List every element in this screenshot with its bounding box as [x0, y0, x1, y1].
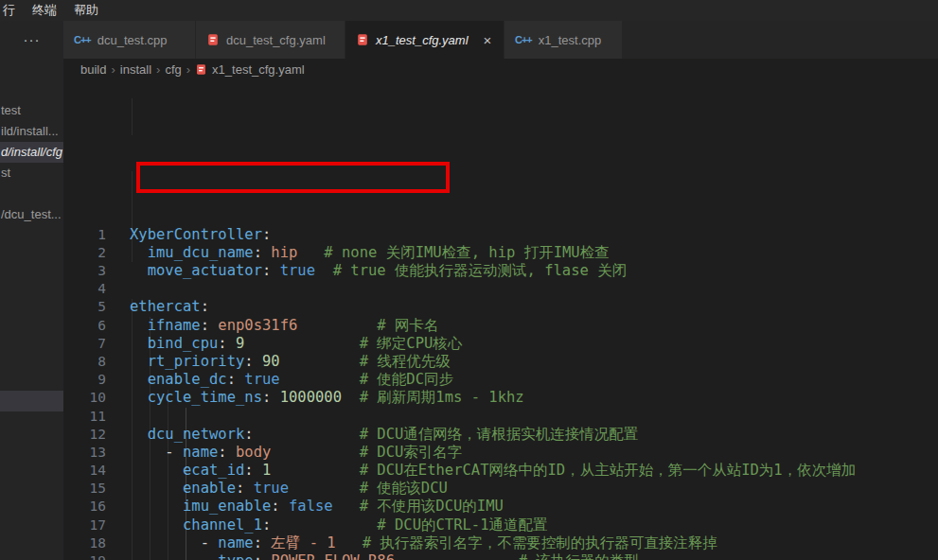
- breadcrumb-item[interactable]: cfg: [165, 62, 181, 77]
- line-number: 6: [63, 317, 106, 335]
- code-line-text: move_actuator: true # true 使能执行器运动测试, fl…: [130, 262, 627, 280]
- code-line[interactable]: 16 imu_enable: false # 不使用该DCU的IMU: [63, 498, 938, 516]
- tab-bar: C++ dcu_test.cpp dcu_test_cfg.yaml x1_te…: [63, 21, 938, 59]
- code-line[interactable]: 15 enable: true # 使能该DCU: [63, 480, 938, 498]
- code-line[interactable]: 6 ifname: enp0s31f6 # 网卡名: [63, 317, 938, 335]
- code-line-text: imu_dcu_name: hip # none 关闭IMU检查, hip 打开…: [130, 244, 610, 262]
- annotation-red-box: [136, 162, 450, 193]
- code-line[interactable]: 7 bind_cpu: 9 # 绑定CPU核心: [63, 335, 938, 353]
- menu-bar: 行 终端 帮助: [0, 0, 938, 21]
- code-line[interactable]: 10 cycle_time_ns: 1000000 # 刷新周期1ms - 1k…: [63, 389, 938, 407]
- code-line-text: cycle_time_ns: 1000000 # 刷新周期1ms - 1khz: [130, 389, 524, 407]
- breadcrumb-item[interactable]: install: [120, 62, 151, 77]
- line-number: 14: [63, 462, 106, 480]
- line-number: 1: [63, 226, 106, 244]
- code-line[interactable]: 19 type: POWER_FLOW_R86 # 该执行器的类型: [63, 552, 938, 560]
- chevron-right-icon: ›: [156, 62, 160, 77]
- line-number: 17: [63, 516, 106, 534]
- code-line-text: rt_priority: 90 # 线程优先级: [130, 353, 451, 371]
- line-number: 12: [63, 426, 106, 444]
- code-line-text: dcu_network: # DCU通信网络，请根据实机连接情况配置: [130, 426, 638, 444]
- indent-guide: [132, 98, 133, 135]
- code-line-text: - name: 左臂 - 1 # 执行器索引名字，不需要控制的执行器可直接注释掉: [130, 534, 717, 552]
- sidebar-item[interactable]: /dcu_test...: [0, 204, 63, 225]
- breadcrumb-file[interactable]: x1_test_cfg.yaml: [212, 62, 305, 77]
- chevron-right-icon: ›: [111, 62, 115, 77]
- code-line-text: enable: true # 使能该DCU: [130, 480, 448, 498]
- code-line-text: XyberController:: [130, 226, 271, 244]
- tab-label: dcu_test_cfg.yaml: [226, 33, 326, 47]
- code-line[interactable]: 9 enable_dc: true # 使能DC同步: [63, 371, 938, 389]
- code-line-text: ethercat:: [130, 298, 209, 316]
- line-number: 8: [63, 353, 106, 371]
- code-line-text: ecat_id: 1 # DCU在EtherCAT网络中的ID，从主站开始，第一…: [130, 462, 856, 480]
- yaml-file-icon: [206, 33, 220, 46]
- code-line[interactable]: 2 imu_dcu_name: hip # none 关闭IMU检查, hip …: [63, 244, 938, 262]
- yaml-file-icon: [356, 33, 369, 46]
- sidebar: ··· test ild/install... d/install/cfg st…: [0, 21, 63, 560]
- breadcrumb-item[interactable]: build: [80, 62, 106, 77]
- code-line[interactable]: 14 ecat_id: 1 # DCU在EtherCAT网络中的ID，从主站开始…: [63, 462, 938, 480]
- line-number: 5: [63, 298, 106, 316]
- sidebar-item[interactable]: ild/install...: [0, 121, 63, 142]
- code-line[interactable]: 18 - name: 左臂 - 1 # 执行器索引名字，不需要控制的执行器可直接…: [63, 534, 938, 552]
- indent-guide: [168, 390, 168, 560]
- cpp-file-icon: C++: [74, 34, 91, 45]
- line-number: 16: [63, 498, 106, 516]
- code-line-text: bind_cpu: 9 # 绑定CPU核心: [130, 335, 462, 353]
- tab-label: x1_test.cpp: [539, 33, 602, 47]
- sidebar-item[interactable]: st: [0, 163, 63, 184]
- code-line[interactable]: 3 move_actuator: true # true 使能执行器运动测试, …: [63, 262, 938, 280]
- indent-guide: [150, 317, 150, 560]
- yaml-file-icon: [195, 63, 207, 76]
- code-line[interactable]: 12 dcu_network: # DCU通信网络，请根据实机连接情况配置: [63, 426, 938, 444]
- code-line[interactable]: 1XyberController:: [63, 226, 938, 244]
- tab-x1_test-cpp[interactable]: C++ x1_test.cpp: [504, 21, 623, 59]
- code-line[interactable]: 17 channel_1: # DCU的CTRL-1通道配置: [63, 516, 938, 534]
- line-number: 11: [63, 408, 106, 426]
- code-line[interactable]: 13 - name: body # DCU索引名字: [63, 444, 938, 462]
- line-number: 3: [63, 262, 106, 280]
- code-line-text: - name: body # DCU索引名字: [130, 444, 462, 462]
- indent-guide-active: [186, 408, 186, 560]
- breadcrumb: build › install › cfg › x1_test_cfg.yaml: [63, 59, 938, 79]
- line-number: 13: [63, 444, 106, 462]
- sidebar-item-selected[interactable]: d/install/cfg: [0, 142, 63, 163]
- code-line[interactable]: 5ethercat:: [63, 298, 938, 316]
- line-number: 15: [63, 480, 106, 498]
- menu-item-terminal[interactable]: 终端: [32, 2, 57, 19]
- line-number: 2: [63, 244, 106, 262]
- line-number: 19: [63, 552, 106, 560]
- more-actions-icon[interactable]: ···: [0, 28, 63, 51]
- code-editor[interactable]: 1XyberController:2 imu_dcu_name: hip # n…: [63, 79, 938, 560]
- indent-guide: [132, 171, 133, 262]
- indent-guide: [132, 299, 133, 560]
- code-line[interactable]: 8 rt_priority: 90 # 线程优先级: [63, 353, 938, 371]
- code-line[interactable]: 4: [63, 280, 938, 298]
- code-line-text: enable_dc: true # 使能DC同步: [130, 371, 453, 389]
- close-icon[interactable]: ×: [484, 33, 492, 47]
- tab-label: dcu_test.cpp: [97, 33, 168, 47]
- chevron-right-icon: ›: [186, 62, 190, 77]
- sidebar-selected-row[interactable]: [0, 391, 63, 411]
- code-line-text: ifname: enp0s31f6 # 网卡名: [130, 317, 439, 335]
- code-area[interactable]: 1XyberController:2 imu_dcu_name: hip # n…: [63, 225, 938, 560]
- code-line-text: type: POWER_FLOW_R86 # 该执行器的类型: [130, 552, 639, 560]
- line-number: 7: [63, 335, 106, 353]
- vscode-window: 行 终端 帮助 ··· test ild/install... d/instal…: [0, 0, 938, 560]
- cpp-file-icon: C++: [515, 34, 532, 45]
- tab-dcu_test_cfg-yaml[interactable]: dcu_test_cfg.yaml: [196, 21, 345, 59]
- code-line-text: channel_1: # DCU的CTRL-1通道配置: [130, 516, 547, 534]
- sidebar-item[interactable]: test: [0, 100, 63, 121]
- menu-item-run[interactable]: 行: [3, 2, 15, 19]
- line-number: 9: [63, 371, 106, 389]
- line-number: 4: [63, 280, 106, 298]
- line-number: 18: [63, 534, 106, 552]
- menu-item-help[interactable]: 帮助: [74, 2, 98, 19]
- tab-x1_test_cfg-yaml-active[interactable]: x1_test_cfg.yaml ×: [345, 21, 504, 59]
- line-number: 10: [63, 389, 106, 407]
- code-line[interactable]: 11: [63, 408, 938, 426]
- tab-label: x1_test_cfg.yaml: [376, 33, 469, 47]
- tab-dcu_test-cpp[interactable]: C++ dcu_test.cpp: [63, 21, 196, 59]
